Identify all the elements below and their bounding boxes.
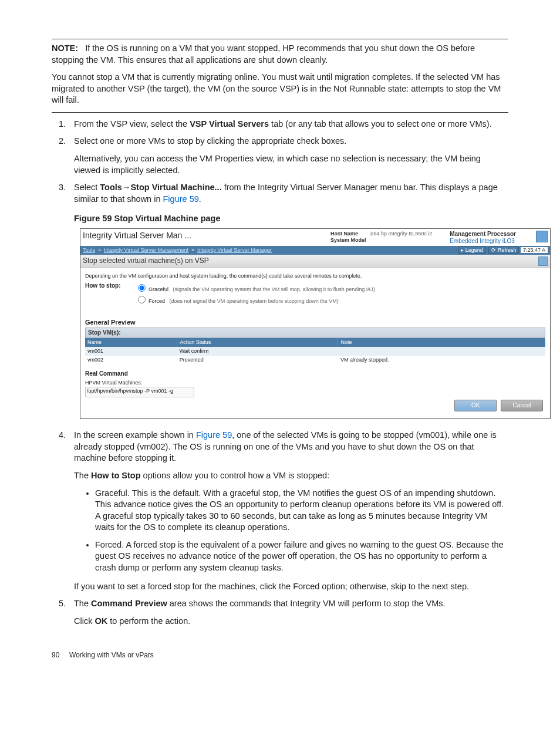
step-3-b: Tools [100, 183, 122, 192]
step-1-a: From the VSP view, select the [74, 119, 190, 129]
bullet-forced: Forced. A forced stop is the equivalent … [95, 539, 508, 574]
mp-link[interactable]: Embedded Integrity iLO3 [450, 238, 515, 244]
step-3-c: Stop Virtual Machine... [130, 183, 221, 192]
note-paragraph: NOTE: If the OS is running on a VM that … [52, 43, 508, 66]
depending-text: Depending on the VM configuration and ho… [85, 273, 545, 279]
table-header-row: Name Action Status Note [85, 338, 545, 347]
note-body-1: If the OS is running on a VM that you wa… [52, 43, 475, 65]
how-bullets: Graceful. This is the default. With a gr… [74, 488, 508, 574]
real-command-title: Real Command [85, 370, 545, 377]
page-footer: 90 Working with VMs or vPars [52, 650, 508, 660]
cell-status-1: Prevented [177, 356, 338, 364]
step-1: From the VSP view, select the VSP Virtua… [68, 119, 508, 130]
refresh-button[interactable]: ⟳ Refresh [488, 247, 519, 254]
figure-59-link-1[interactable]: Figure 59 [163, 194, 199, 204]
ok-button[interactable]: OK [454, 400, 497, 411]
cell-name-1: vm002 [85, 356, 177, 364]
legend-button[interactable]: ▸ Legend [458, 247, 486, 254]
step-5-b: Command Preview [91, 599, 167, 608]
step-3-a: Select [74, 183, 100, 192]
opt-graceful-row: Graceful (signals the VM operating syste… [135, 282, 375, 293]
th-action: Action Status [177, 338, 338, 347]
steps-list: From the VSP view, select the VSP Virtua… [52, 119, 508, 627]
forced-desc: (does not signal the VM operating system… [170, 298, 339, 304]
step-3: Select Tools→Stop Virtual Machine... fro… [68, 182, 508, 419]
breadcrumb-ivsm[interactable]: Integrity Virtual Server Management [104, 247, 188, 253]
cancel-button[interactable]: Cancel [501, 400, 543, 411]
graceful-radio[interactable] [138, 284, 146, 292]
panel-title-bar: Stop selected virtual machine(s) on VSP [80, 255, 550, 268]
step-4-g: If you want to set a forced stop for the… [74, 581, 508, 593]
step-4-e: How to Stop [91, 471, 141, 480]
step-2: Select one or more VMs to stop by clicki… [68, 136, 508, 176]
breadcrumb-tools[interactable]: Tools [83, 247, 95, 253]
breadcrumb-right: ▸ Legend ⟳ Refresh 7:25:47 A [457, 247, 548, 254]
step-2-a: Select one or more VMs to stop by clicki… [74, 136, 508, 147]
th-note: Note [338, 338, 545, 347]
host-name-label: Host Name [330, 231, 366, 237]
step-1-c: tab (or any tab that allows you to selec… [269, 119, 492, 129]
mp-block: Management Processor Embedded Integrity … [450, 231, 516, 245]
figure-screenshot: Integrity Virtual Server Man ... Host Na… [80, 228, 551, 420]
how-to-stop: How to stop: Graceful (signals the VM op… [85, 282, 545, 306]
forced-radio[interactable] [138, 296, 146, 303]
footer-section: Working with VMs or vPars [69, 651, 154, 659]
graceful-desc: (signals the VM operating system that th… [173, 286, 375, 292]
table-row: vm001 Wait confirm [85, 347, 545, 356]
table-row: vm002 Prevented VM already stopped. [85, 356, 545, 364]
figure-59-link-2[interactable]: Figure 59 [196, 430, 232, 440]
step-5-c: area shows the commands that Integrity V… [167, 599, 446, 608]
th-name: Name [85, 338, 177, 347]
system-model-value: ia64 hp Integrity BL860c i2 [370, 231, 433, 237]
step-5-f: to perform the action. [107, 616, 190, 626]
refresh-label: Refresh [498, 247, 517, 253]
stop-vms-subhead: Stop VM(s): [85, 328, 545, 338]
step-5-e: OK [95, 616, 107, 626]
opt-forced-row: Forced (does not signal the VM operating… [135, 294, 375, 305]
cell-note-0 [338, 347, 545, 356]
step-4-f: options allow you to control how a VM is… [141, 471, 330, 480]
step-5-a: The [74, 599, 91, 608]
command-box[interactable]: /opt/hpvm/bin/hpvmstop -P vm001 -g [85, 387, 194, 397]
cell-name-0: vm001 [85, 347, 177, 356]
step-3-arrow: → [122, 183, 131, 192]
cell-status-0: Wait confirm [177, 347, 338, 356]
note-body-2: You cannot stop a VM that is currently m… [52, 72, 508, 106]
step-1-b: VSP Virtual Servers [190, 119, 269, 129]
step-4-d: The [74, 471, 91, 480]
shot-footer: OK Cancel [85, 397, 545, 414]
host-block: Host Name System Model ia64 hp Integrity… [330, 231, 432, 244]
panel-body: Depending on the VM configuration and ho… [80, 268, 550, 419]
general-preview-title: General Preview [85, 319, 545, 326]
how-options: Graceful (signals the VM operating syste… [135, 282, 375, 306]
step-5: The Command Preview area shows the comma… [68, 598, 508, 627]
figure-title: Figure 59 Stop Virtual Machine page [74, 213, 508, 225]
breadcrumb-ivsmgr[interactable]: Integrity Virtual Server Manager [197, 247, 272, 253]
system-model-label: System Model [330, 237, 366, 244]
cell-note-1: VM already stopped. [338, 356, 545, 364]
note-label: NOTE: [52, 43, 78, 53]
breadcrumb-bar: Tools » Integrity Virtual Server Managem… [80, 246, 550, 255]
step-4-how: The How to Stop options allow you to con… [74, 470, 508, 482]
graceful-label: Graceful [149, 286, 168, 292]
time-display: 7:25:47 A [521, 247, 548, 253]
panel-title-text: Stop selected virtual machine(s) on VSP [83, 256, 209, 265]
step-4-a: In the screen example shown in [74, 430, 196, 440]
preview-table: Name Action Status Note vm001 Wait confi… [85, 338, 545, 364]
step-5-click: Click OK to perform the action. [74, 616, 508, 627]
mp-icon[interactable] [536, 231, 548, 242]
bullet-graceful: Graceful. This is the default. With a gr… [95, 488, 508, 534]
mp-label: Management Processor [450, 231, 516, 238]
help-icon[interactable] [538, 256, 548, 266]
breadcrumb-left: Tools » Integrity Virtual Server Managem… [83, 247, 272, 254]
step-5-d: Click [74, 616, 95, 626]
bottom-note-rule [52, 112, 508, 113]
hpvm-vm-label: HPVM Virtual Machines: [85, 380, 545, 386]
shot-app-title: Integrity Virtual Server Man ... [83, 231, 313, 241]
legend-label: Legend [465, 247, 483, 253]
shot-header: Integrity Virtual Server Man ... Host Na… [80, 229, 550, 246]
forced-label: Forced [149, 298, 165, 304]
top-note-rule [52, 39, 508, 39]
step-2-b: Alternatively, you can access the VM Pro… [74, 153, 508, 176]
how-label: How to stop: [85, 282, 121, 289]
